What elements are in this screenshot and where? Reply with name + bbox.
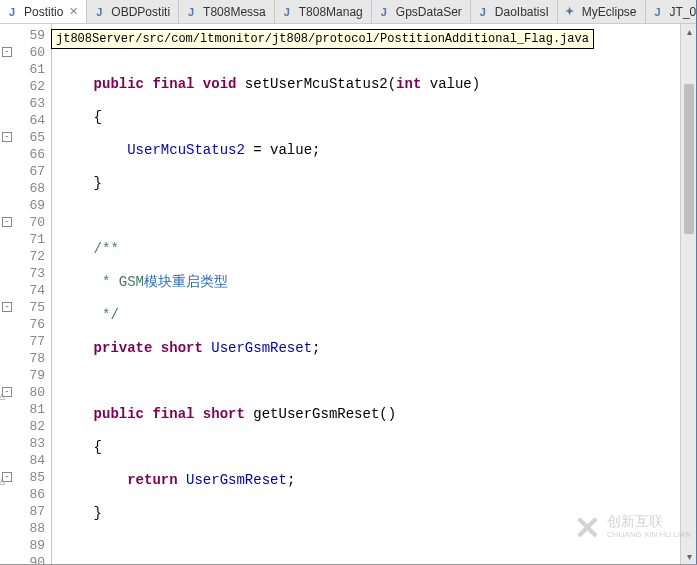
line-number: 88	[0, 520, 51, 537]
tab-daoibatisi[interactable]: J DaoIbatisI	[471, 0, 558, 23]
java-file-icon: J	[475, 4, 491, 20]
line-number: 67	[0, 163, 51, 180]
tab-label: DaoIbatisI	[495, 5, 549, 19]
tab-jt0[interactable]: J JT_0	[646, 0, 697, 23]
fold-toggle[interactable]: -	[2, 132, 12, 142]
fold-toggle[interactable]: -	[2, 217, 12, 227]
line-number: 61	[0, 61, 51, 78]
line-number: 82	[0, 418, 51, 435]
fold-toggle[interactable]: -	[2, 47, 12, 57]
line-number: 64	[0, 112, 51, 129]
editor-tab-bar: J Postitio ✕ J OBDPostiti J T808Messa J …	[0, 0, 697, 24]
java-file-icon: J	[4, 4, 20, 20]
watermark-brand: 创新互联	[607, 514, 691, 528]
line-number: 87	[0, 503, 51, 520]
line-number: -75	[0, 299, 51, 316]
line-number: 63	[0, 95, 51, 112]
line-number: 62	[0, 78, 51, 95]
line-number: 83	[0, 435, 51, 452]
java-file-icon: J	[91, 4, 107, 20]
line-number: -70	[0, 214, 51, 231]
java-file-icon: J	[376, 4, 392, 20]
tab-postitio[interactable]: J Postitio ✕	[0, 0, 87, 23]
line-number: 68	[0, 180, 51, 197]
scroll-up-arrow-icon[interactable]: ▴	[681, 24, 697, 40]
watermark-logo: ✕ 创新互联 CHUANG XIN HU LIAN	[574, 509, 691, 547]
line-number: 72	[0, 248, 51, 265]
tab-label: Postitio	[24, 5, 63, 19]
line-number: 84	[0, 452, 51, 469]
vertical-scrollbar[interactable]: ▴ ▾	[680, 24, 697, 565]
line-number: △-80	[0, 384, 51, 401]
line-number: 89	[0, 537, 51, 554]
tab-label: MyEclipse	[582, 5, 637, 19]
line-number: 76	[0, 316, 51, 333]
close-icon[interactable]: ✕	[69, 5, 78, 18]
line-number: △-85	[0, 469, 51, 486]
scrollbar-thumb[interactable]	[684, 84, 694, 234]
fold-toggle[interactable]: -	[2, 302, 12, 312]
tab-label: T808Messa	[203, 5, 266, 19]
myeclipse-icon: ✦	[562, 4, 578, 20]
line-number: 71	[0, 231, 51, 248]
tab-label: GpsDataSer	[396, 5, 462, 19]
line-number: 77	[0, 333, 51, 350]
tab-obdpostiti[interactable]: J OBDPostiti	[87, 0, 179, 23]
tab-myeclipse[interactable]: ✦ MyEclipse	[558, 0, 646, 23]
line-number: 78	[0, 350, 51, 367]
line-number: 86	[0, 486, 51, 503]
scroll-down-arrow-icon[interactable]: ▾	[681, 549, 697, 565]
line-number: 69	[0, 197, 51, 214]
tab-label: OBDPostiti	[111, 5, 170, 19]
fold-toggle[interactable]: -	[2, 387, 12, 397]
tab-gpsdataser[interactable]: J GpsDataSer	[372, 0, 471, 23]
watermark-icon: ✕	[574, 509, 601, 547]
fold-toggle[interactable]: -	[2, 472, 12, 482]
code-editor[interactable]: public final void setUserMcuStatus2(int …	[52, 24, 697, 565]
line-number: 81	[0, 401, 51, 418]
tab-label: JT_0	[670, 5, 697, 19]
line-number-gutter: 59 -60 61 62 63 64 -65 66 67 68 69 -70 7…	[0, 24, 52, 565]
editor-container: 59 -60 61 62 63 64 -65 66 67 68 69 -70 7…	[0, 24, 697, 565]
tab-label: T808Manag	[299, 5, 363, 19]
java-file-icon: J	[650, 4, 666, 20]
line-number: 73	[0, 265, 51, 282]
watermark-sub: CHUANG XIN HU LIAN	[607, 528, 691, 542]
line-number: -65	[0, 129, 51, 146]
tab-t808manag[interactable]: J T808Manag	[275, 0, 372, 23]
line-number: -60	[0, 44, 51, 61]
java-file-icon: J	[183, 4, 199, 20]
tab-t808messa[interactable]: J T808Messa	[179, 0, 275, 23]
line-number: 79	[0, 367, 51, 384]
line-number: 66	[0, 146, 51, 163]
line-number: 74	[0, 282, 51, 299]
file-path-tooltip: jt808Server/src/com/ltmonitor/jt808/prot…	[51, 29, 594, 49]
java-file-icon: J	[279, 4, 295, 20]
line-number: 59	[0, 27, 51, 44]
